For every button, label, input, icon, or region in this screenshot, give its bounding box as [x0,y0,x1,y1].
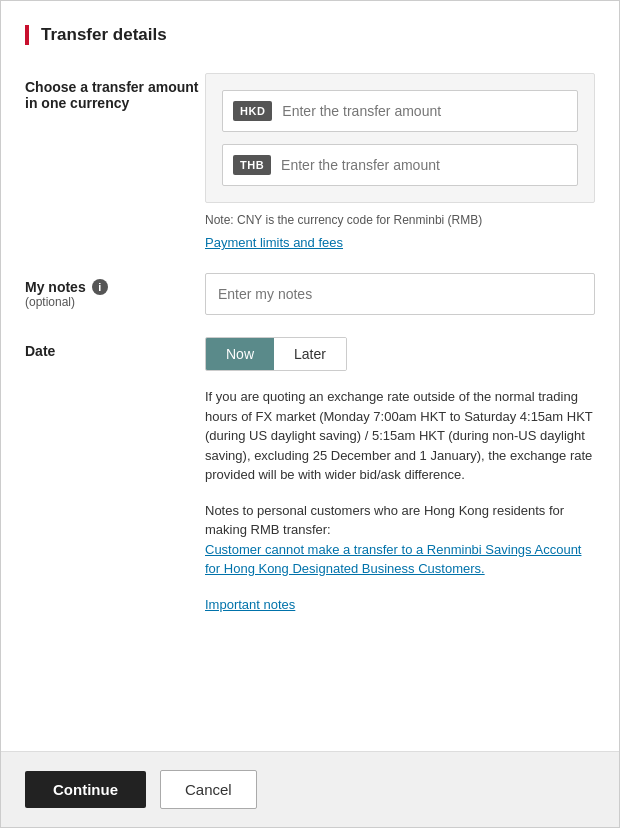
continue-button[interactable]: Continue [25,771,146,808]
main-content: Transfer details Choose a transfer amoun… [1,1,619,731]
hkd-badge: HKD [233,101,272,121]
notes-label-with-icon: My notes i [25,279,205,295]
amount-content: HKD THB Note: CNY is the currency code f… [205,73,595,251]
notes-label-container: My notes i (optional) [25,273,205,309]
rmb-note-link[interactable]: Customer cannot make a transfer to a Ren… [205,542,581,577]
cny-note: Note: CNY is the currency code for Renmi… [205,213,595,227]
amount-label: Choose a transfer amount in one currency [25,73,205,111]
notes-input[interactable] [205,273,595,315]
currency-inputs-area: HKD THB [205,73,595,203]
date-row: Date Now Later If you are quoting an exc… [25,337,595,613]
date-toggle: Now Later [205,337,347,371]
hkd-amount-input[interactable] [282,103,577,119]
notes-content [205,273,595,315]
thb-input-row: THB [222,144,578,186]
footer-bar: Continue Cancel [1,751,619,827]
info-icon[interactable]: i [92,279,108,295]
info-paragraphs: If you are quoting an exchange rate outs… [205,387,595,613]
rmb-note-prefix: Notes to personal customers who are Hong… [205,503,564,538]
payment-limits-link[interactable]: Payment limits and fees [205,235,343,250]
fx-hours-note: If you are quoting an exchange rate outs… [205,387,595,485]
amount-row: Choose a transfer amount in one currency… [25,73,595,251]
cancel-button[interactable]: Cancel [160,770,257,809]
date-label: Date [25,337,205,359]
notes-label: My notes [25,279,86,295]
later-button[interactable]: Later [274,338,346,370]
hkd-input-row: HKD [222,90,578,132]
important-notes-link[interactable]: Important notes [205,597,295,612]
date-content: Now Later If you are quoting an exchange… [205,337,595,613]
header-section: Transfer details [25,25,595,45]
page-container: Transfer details Choose a transfer amoun… [0,0,620,828]
thb-badge: THB [233,155,271,175]
now-button[interactable]: Now [206,338,274,370]
thb-amount-input[interactable] [281,157,577,173]
rmb-note: Notes to personal customers who are Hong… [205,501,595,579]
page-title: Transfer details [41,25,167,45]
notes-optional-label: (optional) [25,295,205,309]
notes-row: My notes i (optional) [25,273,595,315]
